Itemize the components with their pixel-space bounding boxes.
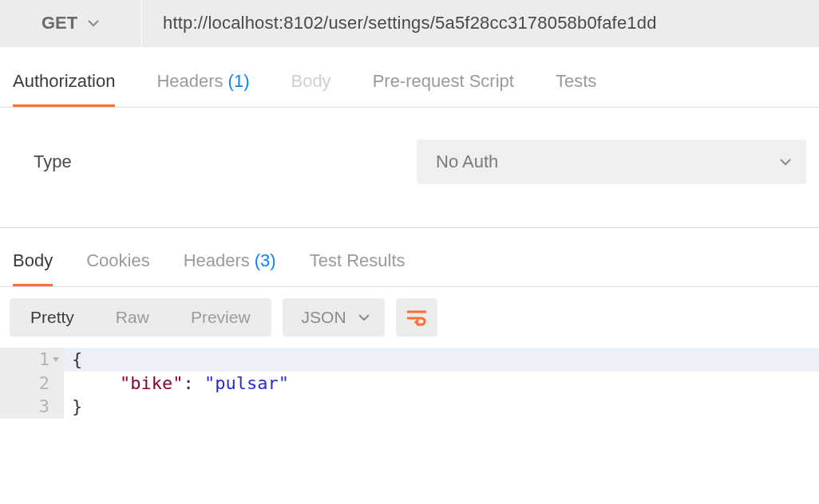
tab-label: Body xyxy=(13,250,53,271)
json-key: "bike" xyxy=(120,373,183,393)
format-label: JSON xyxy=(302,308,346,327)
tab-label: Headers xyxy=(156,71,223,92)
wrap-lines-button[interactable] xyxy=(396,298,437,337)
http-method-label: GET xyxy=(42,13,77,33)
editor-line: 3 } xyxy=(0,395,819,419)
request-url-input[interactable]: http://localhost:8102/user/settings/5a5f… xyxy=(142,0,819,46)
view-mode-group: Pretty Raw Preview xyxy=(10,298,271,337)
editor-line: 1 { xyxy=(0,348,819,372)
tab-label: Headers xyxy=(184,250,250,271)
response-tabs: Body Cookies Headers (3) Test Results xyxy=(0,228,819,287)
code-cell: } xyxy=(64,395,82,419)
tab-label: Tests xyxy=(556,71,596,92)
code-cell: "bike": "pulsar" xyxy=(64,372,289,396)
view-mode-preview[interactable]: Preview xyxy=(170,308,271,327)
json-colon: : xyxy=(183,373,204,393)
brace-close: } xyxy=(72,396,82,416)
view-mode-raw[interactable]: Raw xyxy=(95,308,170,327)
brace-open: { xyxy=(72,349,82,369)
fold-caret-icon[interactable] xyxy=(53,357,59,362)
tab-body[interactable]: Body xyxy=(291,71,330,107)
wrap-icon xyxy=(406,309,428,326)
tab-label: Pre-request Script xyxy=(373,71,514,92)
tab-label: Authorization xyxy=(13,71,115,92)
line-number: 2 xyxy=(39,372,49,396)
response-view-toolbar: Pretty Raw Preview JSON xyxy=(0,287,819,348)
tab-prerequest-script[interactable]: Pre-request Script xyxy=(373,71,514,107)
editor-line: 2 "bike": "pulsar" xyxy=(0,372,819,396)
tab-authorization[interactable]: Authorization xyxy=(13,71,115,107)
headers-count-badge: (3) xyxy=(255,250,276,271)
tab-tests[interactable]: Tests xyxy=(556,71,596,107)
tab-label: Test Results xyxy=(310,250,406,271)
chevron-down-icon xyxy=(358,311,370,324)
chevron-down-icon xyxy=(87,17,100,30)
response-tab-body[interactable]: Body xyxy=(13,250,53,286)
response-tab-test-results[interactable]: Test Results xyxy=(310,250,406,286)
request-bar: GET http://localhost:8102/user/settings/… xyxy=(0,0,819,47)
auth-type-value: No Auth xyxy=(436,152,498,172)
json-string: "pulsar" xyxy=(204,373,289,393)
gutter: 2 xyxy=(0,372,64,396)
gutter: 3 xyxy=(0,395,64,419)
view-mode-pretty[interactable]: Pretty xyxy=(10,308,95,327)
tab-headers[interactable]: Headers (1) xyxy=(156,71,249,107)
auth-section: Type No Auth xyxy=(0,108,819,228)
tab-label: Cookies xyxy=(86,250,149,271)
http-method-select[interactable]: GET xyxy=(0,0,142,46)
response-format-select[interactable]: JSON xyxy=(283,298,385,337)
auth-type-select[interactable]: No Auth xyxy=(417,140,806,184)
response-tab-cookies[interactable]: Cookies xyxy=(86,250,149,286)
gutter: 1 xyxy=(0,348,64,372)
chevron-down-icon xyxy=(779,156,792,168)
headers-count-badge: (1) xyxy=(228,71,250,92)
tab-label: Body xyxy=(291,71,330,92)
code-cell: { xyxy=(64,348,82,372)
response-body-editor[interactable]: 1 { 2 "bike": "pulsar" 3 } xyxy=(0,348,819,427)
line-number: 1 xyxy=(39,348,49,372)
line-number: 3 xyxy=(39,395,49,419)
auth-type-label: Type xyxy=(34,152,417,172)
request-tabs: Authorization Headers (1) Body Pre-reque… xyxy=(0,47,819,108)
response-tab-headers[interactable]: Headers (3) xyxy=(184,250,276,286)
